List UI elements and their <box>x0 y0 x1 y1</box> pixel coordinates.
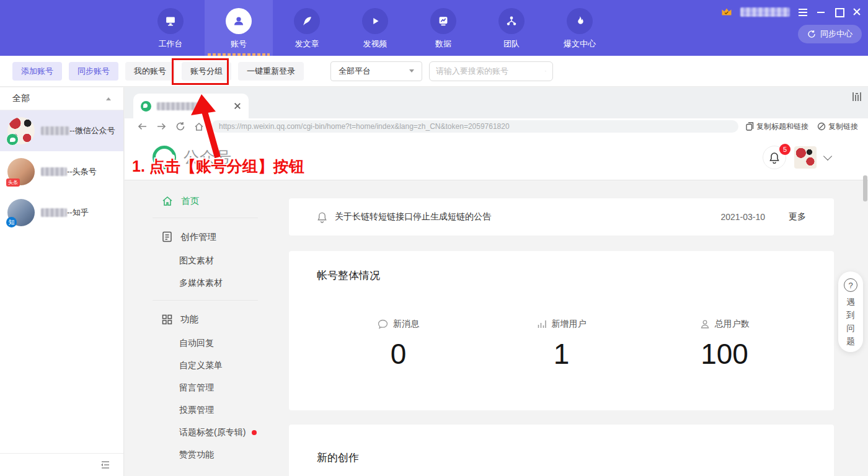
nav-item-account[interactable]: 账号 <box>205 0 273 56</box>
menu-item-topic-tags[interactable]: 话题标签(原专辑) <box>125 421 289 444</box>
platform-filter-value: 全部平台 <box>339 66 371 77</box>
account-group-button[interactable]: 账号分组 <box>182 62 231 81</box>
account-name: --头条号 <box>41 166 97 177</box>
toutiao-badge: 头条 <box>6 178 20 187</box>
grid-icon <box>162 314 172 325</box>
zhihu-badge: 知 <box>6 217 17 227</box>
menu-item-functions[interactable]: 功能 <box>125 306 289 332</box>
home-icon <box>162 196 173 206</box>
new-feature-dot <box>252 430 257 435</box>
sidebar-footer <box>0 453 123 476</box>
notification-bell-button[interactable]: 5 <box>763 146 786 169</box>
sync-center-button[interactable]: 同步中心 <box>798 25 862 43</box>
tab-list-icon[interactable] <box>851 91 863 102</box>
menu-item-image-text[interactable]: 图文素材 <box>125 250 289 272</box>
team-icon <box>498 8 525 34</box>
menu-item-reward[interactable]: 赞赏功能 <box>125 444 289 466</box>
page-menu: 首页 创作管理 图文素材 多媒体素材 功能 自动回复 自定义菜单 <box>125 181 289 476</box>
bar-chart-icon <box>537 319 547 329</box>
nav-label: 团队 <box>503 38 520 50</box>
page-body: 首页 创作管理 图文素材 多媒体素材 功能 自动回复 自定义菜单 <box>125 181 868 476</box>
announcement-text[interactable]: 关于长链转短链接口停止生成短链的公告 <box>335 211 720 223</box>
menu-item-home[interactable]: 首页 <box>125 190 289 212</box>
copy-link-button[interactable]: 复制链接 <box>817 121 858 132</box>
nav-item-workbench[interactable]: 工作台 <box>136 0 205 56</box>
nav-item-hot-articles[interactable]: 爆文中心 <box>546 0 614 56</box>
collapse-sidebar-icon[interactable] <box>100 460 111 470</box>
refresh-icon[interactable] <box>175 121 185 131</box>
stat-label: 新消息 <box>393 319 419 330</box>
menu-icon[interactable] <box>798 7 808 17</box>
add-account-button[interactable]: 添加账号 <box>12 62 62 81</box>
account-platform-suffix: --微信公众号 <box>69 125 115 136</box>
data-icon <box>430 8 456 34</box>
account-platform-suffix: --知乎 <box>67 207 89 218</box>
copy-actions: 复制标题和链接 复制链接 <box>746 121 858 132</box>
menu-item-auto-reply[interactable]: 自动回复 <box>125 332 289 355</box>
tab-close-icon[interactable] <box>234 102 241 110</box>
username-blurred <box>740 7 790 17</box>
platform-filter-select[interactable]: 全部平台 <box>330 61 422 81</box>
nav-item-publish-article[interactable]: 发文章 <box>273 0 341 56</box>
menu-item-custom-menu[interactable]: 自定义菜单 <box>125 355 289 377</box>
nav-label: 发视频 <box>363 38 388 50</box>
account-name-blurred <box>41 126 69 135</box>
window-controls <box>721 5 862 19</box>
menu-label: 功能 <box>180 314 198 325</box>
copy-link-label: 复制链接 <box>828 121 858 132</box>
question-icon: ? <box>844 278 857 292</box>
account-row-toutiao[interactable]: 头条 --头条号 <box>0 151 123 192</box>
account-row-zhihu[interactable]: 知 --知乎 <box>0 192 123 233</box>
help-float-button[interactable]: ? 遇到问题 <box>838 271 863 352</box>
nav-item-data[interactable]: 数据 <box>409 0 477 56</box>
my-account-button[interactable]: 我的账号 <box>125 62 175 81</box>
scrollbar-thumb[interactable] <box>863 175 867 201</box>
relogin-button[interactable]: 一键重新登录 <box>238 62 304 81</box>
account-row-wechat[interactable]: --微信公众号 <box>0 110 123 151</box>
tab-title-blurred <box>157 102 198 110</box>
brand: 公众号 <box>153 146 232 169</box>
forward-icon[interactable] <box>156 122 167 131</box>
sync-account-button[interactable]: 同步账号 <box>69 62 118 81</box>
chevron-down-icon[interactable] <box>823 152 832 161</box>
browser-tab[interactable] <box>133 94 249 118</box>
account-name-blurred <box>41 208 67 217</box>
url-bar[interactable]: https://mp.weixin.qq.com/cgi-bin/home?t=… <box>211 120 738 133</box>
home-icon[interactable] <box>194 122 204 131</box>
user-avatar[interactable] <box>794 146 817 169</box>
chevron-down-icon <box>409 69 414 73</box>
account-sidebar: 全部 --微信公众号 头条 --头条号 知 <box>0 87 124 476</box>
nav-label: 账号 <box>231 38 247 50</box>
workbench-icon <box>157 8 184 34</box>
tab-strip <box>125 87 868 118</box>
link-icon <box>817 122 826 131</box>
stat-value: 1 <box>554 337 570 371</box>
nav-item-publish-video[interactable]: 发视频 <box>341 0 409 56</box>
page-main: 关于长链转短链接口停止生成短链的公告 2021-03-10 更多 帐号整体情况 … <box>289 181 868 476</box>
avatar: 头条 <box>7 158 35 185</box>
copy-title-link-label: 复制标题和链接 <box>756 121 808 132</box>
menu-item-multimedia[interactable]: 多媒体素材 <box>125 272 289 294</box>
nav-label: 爆文中心 <box>564 38 596 50</box>
close-icon[interactable] <box>852 7 862 17</box>
search-icon <box>545 66 546 76</box>
copy-title-link-button[interactable]: 复制标题和链接 <box>746 121 808 132</box>
document-icon <box>162 231 172 242</box>
browser-content: https://mp.weixin.qq.com/cgi-bin/home?t=… <box>125 87 868 476</box>
menu-label: 话题标签(原专辑) <box>179 427 246 438</box>
menu-item-comment-mgmt[interactable]: 留言管理 <box>125 377 289 399</box>
avatar: 知 <box>7 199 35 226</box>
stat-value: 100 <box>701 337 748 371</box>
account-group-header[interactable]: 全部 <box>0 87 123 110</box>
app-window: 工作台 账号 发文章 发视频 <box>0 0 868 476</box>
back-icon[interactable] <box>137 122 148 131</box>
search-input[interactable] <box>436 66 545 76</box>
maximize-icon[interactable] <box>834 7 844 17</box>
group-label: 全部 <box>12 93 30 104</box>
menu-item-creation[interactable]: 创作管理 <box>125 224 289 250</box>
minimize-icon[interactable] <box>816 7 826 17</box>
url-text: https://mp.weixin.qq.com/cgi-bin/home?t=… <box>219 122 510 131</box>
menu-item-vote-mgmt[interactable]: 投票管理 <box>125 399 289 421</box>
announcement-more-link[interactable]: 更多 <box>789 211 806 223</box>
nav-item-team[interactable]: 团队 <box>477 0 546 56</box>
